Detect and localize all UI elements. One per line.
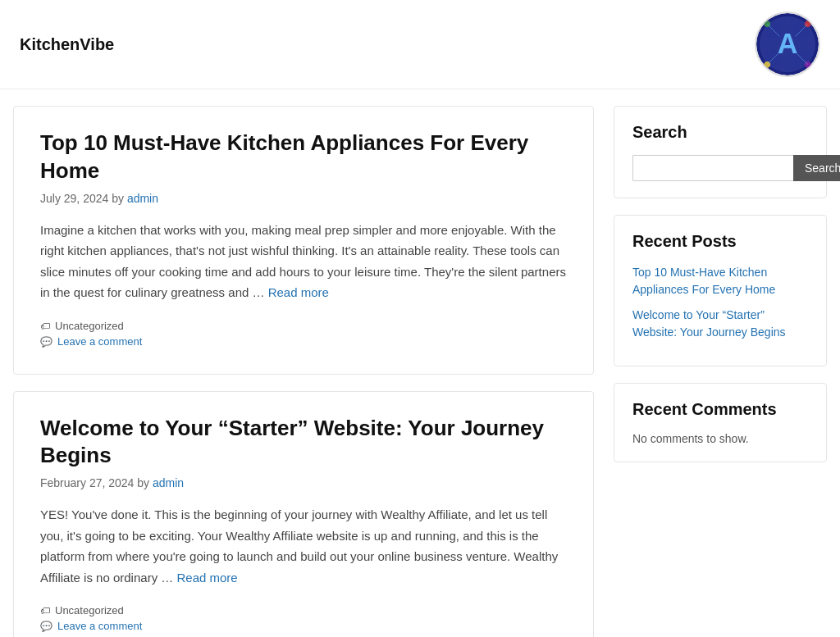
site-title: KitchenVibe <box>20 35 114 54</box>
article-date: February 27, 2024 <box>40 476 134 489</box>
article-footer: Uncategorized Leave a comment <box>40 320 567 348</box>
search-input[interactable] <box>632 155 793 181</box>
recent-comments-widget: Recent Comments No comments to show. <box>614 383 827 462</box>
article-excerpt: Imagine a kitchen that works with you, m… <box>40 220 567 303</box>
category-row: Uncategorized <box>40 604 567 617</box>
category-row: Uncategorized <box>40 320 567 332</box>
article-category: Uncategorized <box>55 604 124 617</box>
article-date: July 29, 2024 <box>40 192 108 205</box>
sidebar: Search Search Recent Posts Top 10 Must-H… <box>614 106 827 637</box>
comment-icon <box>40 620 52 632</box>
recent-comments-title: Recent Comments <box>632 400 808 419</box>
comment-row: Leave a comment <box>40 620 567 632</box>
tag-icon <box>40 604 50 617</box>
read-more-link[interactable]: Read more <box>176 571 237 585</box>
tag-icon <box>40 320 50 332</box>
site-logo: A <box>755 11 820 77</box>
leave-comment-link[interactable]: Leave a comment <box>57 335 142 348</box>
article-title: Welcome to Your “Starter” Website: Your … <box>40 415 567 471</box>
article-title: Top 10 Must-Have Kitchen Appliances For … <box>40 130 567 185</box>
article-author-by: by <box>137 476 153 489</box>
search-form: Search <box>632 155 808 181</box>
article-meta: July 29, 2024 by admin <box>40 192 567 205</box>
article-card: Welcome to Your “Starter” Website: Your … <box>13 391 594 637</box>
recent-posts-widget: Recent Posts Top 10 Must-Have Kitchen Ap… <box>614 215 827 366</box>
list-item: Top 10 Must-Have Kitchen Appliances For … <box>632 264 808 298</box>
recent-posts-list: Top 10 Must-Have Kitchen Appliances For … <box>632 264 808 341</box>
recent-posts-title: Recent Posts <box>632 232 808 251</box>
site-content: Top 10 Must-Have Kitchen Appliances For … <box>0 89 840 637</box>
article-card: Top 10 Must-Have Kitchen Appliances For … <box>13 106 594 375</box>
site-header: KitchenVibe A <box>0 0 840 89</box>
search-widget-title: Search <box>632 123 808 142</box>
list-item: Welcome to Your “Starter” Website: Your … <box>632 307 808 341</box>
article-footer: Uncategorized Leave a comment <box>40 604 567 632</box>
search-button[interactable]: Search <box>793 155 840 181</box>
article-category: Uncategorized <box>55 320 124 332</box>
recent-post-link[interactable]: Top 10 Must-Have Kitchen Appliances For … <box>632 266 775 296</box>
article-author-link[interactable]: admin <box>153 476 184 489</box>
search-widget: Search Search <box>614 106 827 198</box>
no-comments-text: No comments to show. <box>632 432 808 445</box>
main-content: Top 10 Must-Have Kitchen Appliances For … <box>13 106 594 637</box>
comment-icon <box>40 335 52 348</box>
recent-post-link[interactable]: Welcome to Your “Starter” Website: Your … <box>632 308 786 339</box>
article-excerpt: YES! You've done it. This is the beginni… <box>40 504 567 588</box>
article-meta: February 27, 2024 by admin <box>40 476 567 489</box>
read-more-link[interactable]: Read more <box>268 285 329 299</box>
leave-comment-link[interactable]: Leave a comment <box>57 620 142 632</box>
comment-row: Leave a comment <box>40 335 567 348</box>
article-author-by: by <box>112 192 124 205</box>
svg-text:A: A <box>778 28 798 59</box>
article-author-link[interactable]: admin <box>127 192 158 205</box>
